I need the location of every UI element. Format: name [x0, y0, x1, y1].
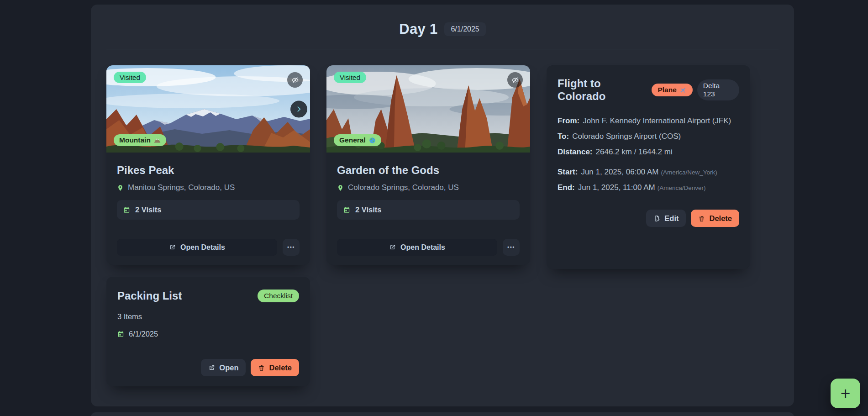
delete-button[interactable]: Delete — [251, 359, 299, 376]
location-row: Manitou Springs, Colorado, US — [117, 183, 300, 192]
pikes-peak-image: Visited Mountain — [106, 65, 310, 153]
packing-header: Packing List Checklist — [117, 290, 299, 302]
open-label: Open — [219, 363, 238, 372]
hide-image-button[interactable] — [287, 72, 303, 88]
packing-actions: Open Delete — [117, 359, 299, 376]
category-label: General — [339, 136, 366, 144]
day-section-panel: Day 1 6/1/2025 — [91, 5, 794, 406]
external-link-icon — [389, 244, 396, 251]
open-details-button[interactable]: Open Details — [337, 239, 497, 256]
day-title: Day 1 — [399, 21, 437, 37]
edit-button[interactable]: Edit — [646, 210, 686, 227]
next-day-panel-peek — [91, 412, 794, 416]
from-label: From: — [558, 116, 579, 125]
mountain-icon — [154, 137, 161, 144]
location-text: Colorado Springs, Colorado, US — [348, 183, 459, 192]
items-count: 3 Items — [117, 312, 299, 321]
garden-image: Visited General — [326, 65, 530, 153]
open-details-label: Open Details — [180, 243, 225, 252]
to-label: To: — [558, 132, 569, 141]
trash-icon — [698, 215, 705, 222]
edit-icon — [653, 215, 660, 222]
flight-from-row: From:John F. Kennedy International Airpo… — [558, 116, 739, 126]
next-image-button[interactable] — [290, 100, 307, 117]
eye-off-icon — [511, 76, 519, 84]
chevron-right-icon — [295, 105, 303, 113]
open-button[interactable]: Open — [201, 359, 246, 376]
transport-type-badge: Plane — [652, 84, 692, 96]
place-card-pikes-peak: Visited Mountain Pikes Peak Manitou Spri… — [106, 65, 310, 265]
flight-start-row: Start:Jun 1, 2025, 06:00 AM(America/New_… — [558, 168, 739, 177]
end-value: Jun 1, 2025, 11:00 AM — [578, 183, 655, 192]
flight-distance-row: Distance:2646.2 km / 1644.2 mi — [558, 147, 739, 157]
location-row: Colorado Springs, Colorado, US — [337, 183, 520, 192]
card-footer: Open Details ••• — [337, 239, 520, 256]
distance-label: Distance: — [558, 147, 593, 156]
plus-icon: + — [841, 385, 851, 402]
visits-count: 2 Visits — [355, 205, 381, 214]
visits-box: 2 Visits — [117, 200, 300, 220]
location-pin-icon — [337, 184, 344, 191]
flight-badges: Plane Delta 123 — [652, 79, 739, 100]
flight-actions: Edit Delete — [558, 210, 739, 227]
flight-card: Flight to Colorado Plane Delta 123 From:… — [547, 65, 750, 269]
more-options-button[interactable]: ••• — [503, 239, 520, 256]
globe-icon — [369, 137, 376, 144]
flight-title: Flight to Colorado — [558, 77, 652, 103]
plane-icon — [680, 87, 687, 94]
garden-body: Garden of the Gods Colorado Springs, Col… — [326, 153, 530, 265]
external-link-icon — [208, 364, 215, 371]
delete-label: Delete — [709, 214, 732, 223]
pikes-peak-body: Pikes Peak Manitou Springs, Colorado, US… — [106, 153, 310, 265]
day-date-badge: 6/1/2025 — [444, 22, 485, 36]
visited-badge: Visited — [114, 72, 146, 83]
trash-icon — [258, 364, 265, 371]
day-header: Day 1 6/1/2025 — [91, 5, 794, 37]
distance-value: 2646.2 km / 1644.2 mi — [596, 147, 673, 156]
packing-date-row: 6/1/2025 — [117, 330, 299, 338]
packing-title: Packing List — [117, 290, 182, 302]
place-card-garden-of-the-gods: Visited General Garden of the Gods Color… — [326, 65, 530, 265]
card-footer: Open Details ••• — [117, 239, 300, 256]
end-timezone: (America/Denver) — [658, 184, 706, 191]
flight-to-row: To:Colorado Springs Airport (COS) — [558, 132, 739, 141]
category-badge-mountain: Mountain — [114, 134, 166, 146]
edit-label: Edit — [664, 214, 679, 223]
transport-type-label: Plane — [658, 86, 676, 94]
eye-off-icon — [291, 76, 299, 84]
visits-count: 2 Visits — [135, 205, 161, 214]
calendar-icon — [343, 206, 350, 213]
open-details-button[interactable]: Open Details — [117, 239, 277, 256]
visits-box: 2 Visits — [337, 200, 520, 220]
start-timezone: (America/New_York) — [661, 169, 717, 176]
checklist-badge: Checklist — [258, 290, 299, 302]
add-item-fab[interactable]: + — [831, 379, 860, 408]
start-value: Jun 1, 2025, 06:00 AM — [581, 168, 658, 176]
delete-label: Delete — [269, 363, 292, 372]
flight-header: Flight to Colorado Plane Delta 123 — [558, 77, 739, 103]
flight-code-badge: Delta 123 — [697, 79, 739, 100]
external-link-icon — [169, 244, 176, 251]
ellipsis-icon: ••• — [507, 244, 515, 251]
more-options-button[interactable]: ••• — [283, 239, 300, 256]
location-text: Manitou Springs, Colorado, US — [128, 183, 235, 192]
end-label: End: — [558, 183, 575, 192]
ellipsis-icon: ••• — [287, 244, 295, 251]
flight-details: From:John F. Kennedy International Airpo… — [558, 116, 739, 192]
packing-list-card: Packing List Checklist 3 Items 6/1/2025 … — [106, 277, 310, 386]
open-details-label: Open Details — [400, 243, 445, 252]
packing-date: 6/1/2025 — [129, 330, 158, 338]
category-label: Mountain — [119, 136, 151, 144]
flight-end-row: End:Jun 1, 2025, 11:00 AM(America/Denver… — [558, 183, 739, 192]
delete-button[interactable]: Delete — [691, 210, 739, 227]
place-title: Garden of the Gods — [337, 164, 520, 177]
to-value: Colorado Springs Airport (COS) — [572, 132, 681, 141]
visited-badge: Visited — [334, 72, 366, 83]
start-label: Start: — [558, 168, 578, 176]
header-divider — [106, 49, 779, 49]
location-pin-icon — [117, 184, 124, 191]
place-title: Pikes Peak — [117, 164, 300, 177]
calendar-icon — [123, 206, 130, 213]
hide-image-button[interactable] — [507, 72, 523, 88]
calendar-icon — [117, 331, 124, 337]
